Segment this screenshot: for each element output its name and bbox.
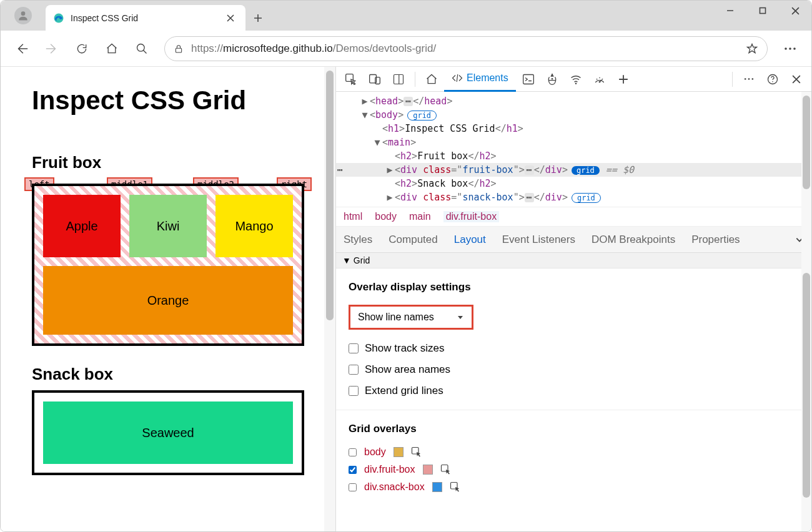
svg-point-13: [551, 77, 553, 79]
performance-tab-icon[interactable]: [588, 68, 611, 91]
cell-seaweed: Seaweed: [43, 401, 293, 464]
svg-rect-2: [760, 8, 766, 14]
cell-orange: Orange: [43, 266, 293, 335]
tab-dom-breakpoints[interactable]: DOM Breakpoints: [592, 234, 675, 246]
svg-rect-12: [523, 74, 533, 84]
svg-point-0: [21, 11, 26, 16]
devtools-scrollbar[interactable]: [801, 92, 811, 532]
reload-button[interactable]: [68, 35, 96, 62]
svg-rect-11: [394, 74, 404, 84]
devtools-more-icon[interactable]: [738, 68, 760, 91]
fruit-box-grid: Apple Kiwi Mango Orange: [32, 184, 304, 346]
dom-tree[interactable]: ▶<head>⋯</head> ▼<body>grid <h1>Inspect …: [336, 92, 811, 207]
overlay-row-body[interactable]: body: [349, 446, 799, 458]
devtools-toolbar: Elements: [336, 67, 811, 92]
url-text: https://microsoftedge.github.io/Demos/de…: [191, 42, 738, 55]
page-h1: Inspect CSS Grid: [32, 86, 304, 116]
dock-icon[interactable]: [387, 68, 410, 91]
cell-mango: Mango: [215, 195, 293, 257]
fruit-box-heading: Fruit box: [32, 153, 304, 172]
new-tab-button[interactable]: [245, 5, 270, 31]
breadcrumb[interactable]: html body main div.fruit-box: [336, 207, 811, 227]
svg-point-20: [772, 81, 773, 82]
snack-box-grid: Seaweed: [32, 390, 304, 475]
devtools-help-icon[interactable]: [761, 68, 784, 91]
svg-point-18: [752, 78, 754, 80]
add-tab-icon[interactable]: [612, 68, 635, 91]
svg-rect-4: [176, 48, 181, 52]
back-button[interactable]: [8, 35, 36, 62]
edge-icon: [53, 12, 64, 24]
panel-tabs: Styles Computed Layout Event Listeners D…: [336, 227, 811, 253]
dom-selected-node: ▶<div class="fruit-box">⋯</div>grid== $0: [336, 163, 811, 177]
cell-kiwi: Kiwi: [129, 195, 207, 257]
show-track-sizes-checkbox[interactable]: Show track sizes: [349, 342, 799, 355]
grid-section-header[interactable]: ▼ Grid: [336, 253, 811, 268]
svg-point-7: [793, 47, 796, 50]
breadcrumb-selected[interactable]: div.fruit-box: [443, 211, 500, 222]
tab-computed[interactable]: Computed: [389, 234, 437, 246]
elements-tab[interactable]: Elements: [444, 67, 516, 92]
svg-point-5: [785, 47, 787, 50]
svg-point-3: [137, 44, 145, 51]
browser-tab[interactable]: Inspect CSS Grid: [46, 5, 245, 31]
tab-layout[interactable]: Layout: [454, 234, 486, 246]
reveal-icon[interactable]: [411, 446, 422, 458]
breadcrumb-body[interactable]: body: [375, 211, 397, 222]
network-tab-icon[interactable]: [565, 68, 587, 91]
console-tab-icon[interactable]: [517, 68, 540, 91]
overlay-row-fruit[interactable]: div.fruit-box: [349, 464, 799, 475]
welcome-tab-icon[interactable]: [420, 68, 443, 91]
browser-toolbar: https://microsoftedge.github.io/Demos/de…: [1, 31, 811, 67]
lock-icon: [174, 44, 184, 54]
tab-event-listeners[interactable]: Event Listeners: [502, 234, 575, 246]
breadcrumb-html[interactable]: html: [344, 211, 362, 222]
window-maximize-button[interactable]: [746, 1, 779, 21]
devtools-panel: Elements ▶<head>⋯</head> ▼<body>grid <h1…: [335, 67, 811, 532]
svg-point-14: [575, 82, 577, 84]
tab-title: Inspect CSS Grid: [71, 13, 222, 23]
grid-overlays-heading: Grid overlays: [349, 423, 799, 435]
reveal-icon[interactable]: [450, 481, 461, 493]
sources-tab-icon[interactable]: [541, 68, 563, 91]
svg-point-16: [745, 78, 746, 80]
svg-rect-8: [346, 74, 354, 81]
cell-apple: Apple: [43, 195, 121, 257]
layout-pane: Overlay display settings Show line names…: [336, 268, 811, 511]
overlay-row-snack[interactable]: div.snack-box: [349, 481, 799, 493]
favorite-icon[interactable]: [746, 42, 758, 55]
tab-close-button[interactable]: [222, 9, 239, 27]
tab-styles[interactable]: Styles: [344, 234, 372, 246]
extend-grid-lines-checkbox[interactable]: Extend grid lines: [349, 385, 799, 397]
window-minimize-button[interactable]: [714, 1, 746, 21]
svg-point-6: [789, 47, 791, 50]
page-scrollbar[interactable]: [326, 71, 334, 320]
more-button[interactable]: [776, 35, 804, 62]
forward-button: [38, 35, 66, 62]
window-close-button[interactable]: [779, 1, 811, 21]
profile-avatar[interactable]: [1, 1, 46, 31]
address-bar[interactable]: https://microsoftedge.github.io/Demos/de…: [164, 36, 768, 61]
line-names-dropdown[interactable]: Show line names: [349, 305, 473, 330]
devtools-close-icon[interactable]: [785, 68, 808, 91]
device-toggle-icon[interactable]: [364, 68, 386, 91]
snack-box-heading: Snack box: [32, 365, 304, 384]
svg-point-17: [748, 78, 750, 80]
inspect-element-icon[interactable]: [340, 68, 362, 91]
overlay-settings-heading: Overlay display settings: [349, 281, 799, 293]
page-viewport: Inspect CSS Grid Fruit box left middle1 …: [1, 67, 335, 532]
search-button[interactable]: [128, 35, 156, 62]
window-titlebar: Inspect CSS Grid: [1, 1, 811, 31]
home-button[interactable]: [98, 35, 126, 62]
tab-properties[interactable]: Properties: [691, 234, 740, 246]
breadcrumb-main[interactable]: main: [409, 211, 431, 222]
reveal-icon[interactable]: [440, 464, 452, 475]
show-area-names-checkbox[interactable]: Show area names: [349, 363, 799, 376]
